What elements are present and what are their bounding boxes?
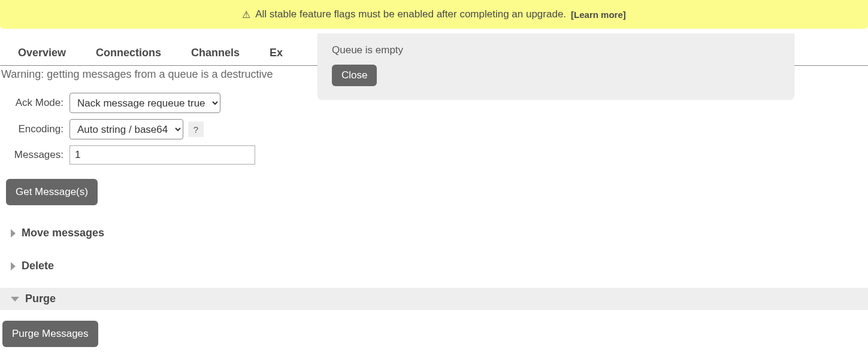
purge-section: Purge Purge Messages [0,288,868,347]
move-messages-section: Move messages [0,222,868,244]
ack-mode-select[interactable]: Nack message requeue true [69,93,220,113]
delete-title: Delete [22,260,54,272]
queue-empty-popup: Queue is empty Close [317,34,794,99]
chevron-right-icon [11,262,16,270]
learn-more-link[interactable]: [Learn more] [571,10,626,20]
encoding-select[interactable]: Auto string / base64 [69,119,183,139]
purge-messages-button[interactable]: Purge Messages [2,321,98,347]
purge-header[interactable]: Purge [0,288,868,310]
warning-icon: ⚠ [242,9,250,20]
get-messages-button[interactable]: Get Message(s) [6,179,98,205]
encoding-label: Encoding: [5,123,69,135]
feature-flag-banner: ⚠ All stable feature flags must be enabl… [0,0,868,29]
chevron-down-icon [11,297,19,302]
move-messages-title: Move messages [22,227,104,239]
close-button[interactable]: Close [332,65,377,86]
purge-title: Purge [25,293,56,305]
messages-input[interactable] [69,145,255,165]
encoding-help-button[interactable]: ? [188,121,204,137]
banner-text: All stable feature flags must be enabled… [255,8,566,20]
tab-overview[interactable]: Overview [18,47,66,59]
tab-channels[interactable]: Channels [191,47,240,59]
tab-connections[interactable]: Connections [96,47,161,59]
messages-label: Messages: [5,149,69,161]
popup-message: Queue is empty [332,44,780,56]
delete-header[interactable]: Delete [0,255,868,277]
move-messages-header[interactable]: Move messages [0,222,868,244]
chevron-right-icon [11,229,16,238]
delete-section: Delete [0,255,868,277]
get-messages-form: Ack Mode: Nack message requeue true Enco… [0,81,868,205]
ack-mode-label: Ack Mode: [5,97,69,109]
tab-exchanges[interactable]: Ex [270,47,283,59]
